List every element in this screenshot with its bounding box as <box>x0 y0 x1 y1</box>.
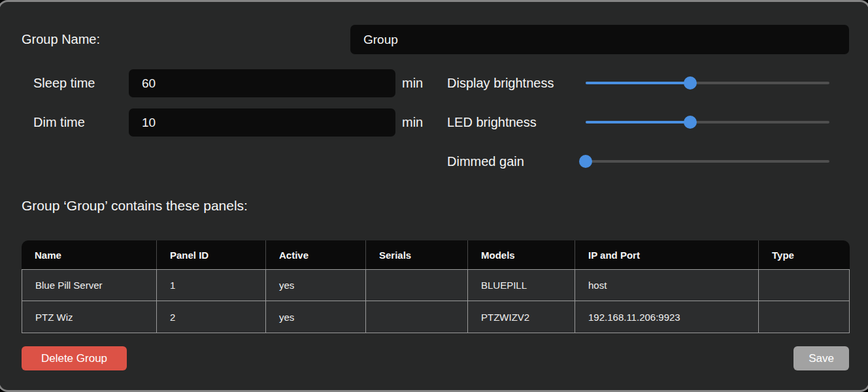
cell-ip-and-port: host <box>575 269 759 301</box>
panels-table: Name Panel ID Active Serials Models IP a… <box>22 240 850 333</box>
cell-type <box>759 269 850 301</box>
sleep-time-label: Sleep time <box>33 75 95 91</box>
column-header-ip-and-port: IP and Port <box>575 240 759 269</box>
column-header-active: Active <box>266 240 366 269</box>
group-name-label: Group Name: <box>22 31 100 47</box>
dim-time-input[interactable] <box>129 108 395 137</box>
cell-active: yes <box>266 269 366 301</box>
slider-fill <box>586 82 690 84</box>
led-brightness-slider[interactable] <box>586 116 829 129</box>
cell-panel-id: 1 <box>157 269 266 301</box>
cell-ip-and-port: 192.168.11.206:9923 <box>575 301 759 333</box>
cell-name: PTZ Wiz <box>22 301 157 333</box>
cell-name: Blue Pill Server <box>22 269 157 301</box>
cell-panel-id: 2 <box>157 301 266 333</box>
dimmed-gain-label: Dimmed gain <box>447 154 524 169</box>
dim-time-unit: min <box>402 114 423 130</box>
panels-section-heading: Group ‘Group’ contains these panels: <box>22 198 248 214</box>
dim-time-label: Dim time <box>33 114 85 130</box>
delete-group-button[interactable]: Delete Group <box>22 346 127 370</box>
table-row[interactable]: PTZ Wiz 2 yes PTZWIZV2 192.168.11.206:99… <box>22 301 850 333</box>
cell-models: PTZWIZV2 <box>468 301 575 333</box>
led-brightness-label: LED brightness <box>447 114 537 130</box>
cell-models: BLUEPILL <box>468 269 575 301</box>
sleep-time-unit: min <box>402 75 423 91</box>
slider-thumb[interactable] <box>684 76 697 90</box>
cell-serials <box>366 301 468 333</box>
table-header-row: Name Panel ID Active Serials Models IP a… <box>22 240 850 269</box>
column-header-serials: Serials <box>366 240 468 269</box>
display-brightness-slider[interactable] <box>586 76 829 90</box>
cell-serials <box>366 269 468 301</box>
column-header-panel-id: Panel ID <box>157 240 266 269</box>
sleep-time-input[interactable] <box>129 69 395 97</box>
slider-track[interactable] <box>586 160 829 163</box>
table-row[interactable]: Blue Pill Server 1 yes BLUEPILL host <box>22 269 850 301</box>
cell-type <box>759 301 850 333</box>
slider-fill <box>586 121 690 123</box>
display-brightness-label: Display brightness <box>447 75 554 91</box>
slider-thumb[interactable] <box>579 155 592 168</box>
column-header-type: Type <box>759 240 850 269</box>
cell-active: yes <box>266 301 366 333</box>
group-settings-window: Group Name: Sleep time min Dim time min … <box>0 0 868 392</box>
group-name-input[interactable] <box>350 25 849 54</box>
dimmed-gain-slider[interactable] <box>586 155 829 168</box>
column-header-name: Name <box>22 240 157 269</box>
save-button[interactable]: Save <box>793 346 849 370</box>
column-header-models: Models <box>468 240 575 269</box>
slider-thumb[interactable] <box>684 116 697 129</box>
